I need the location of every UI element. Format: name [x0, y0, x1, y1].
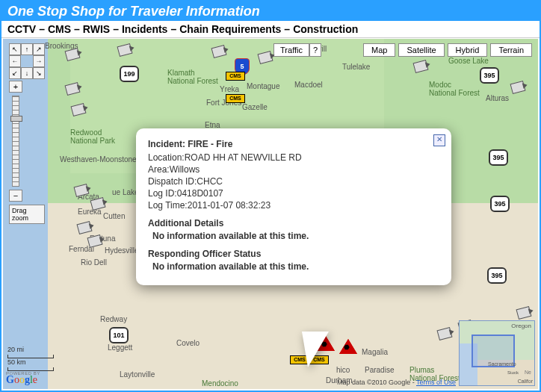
app-title: One Stop Shop for Traveler Information [7, 4, 260, 19]
pan-up[interactable]: ↑ [21, 43, 33, 55]
place-redwoods: Redwood National Park [70, 128, 115, 145]
zoom-out-button[interactable]: − [9, 190, 22, 202]
shield-us395-b: 395 [489, 149, 508, 166]
place-modoc-nf: Modoc National Forest [429, 81, 480, 97]
place-paradise: Paradise [365, 366, 394, 374]
zoom-slider[interactable] [12, 96, 19, 187]
cms-marker[interactable]: CMS [226, 94, 245, 103]
layer-rwis[interactable]: RWIS [83, 23, 110, 35]
overview-map[interactable]: Oregon Sacramento Ne Stock Califor [459, 320, 535, 386]
incident-location: Location:ROAD HH AT NEWVILLE RD [148, 152, 439, 163]
incident-infowindow: ✕ Incident: FIRE - Fire Location:ROAD HH… [136, 128, 451, 285]
traffic-control: Traffic ? [273, 43, 321, 57]
place-leggett: Leggett [108, 343, 132, 352]
infowindow-close-button[interactable]: ✕ [433, 134, 445, 146]
place-westhaven: Westhaven-Moonstone [60, 155, 137, 164]
cms-marker[interactable]: CMS [226, 72, 245, 81]
zoom-thumb[interactable] [10, 116, 22, 122]
terms-link[interactable]: Terms of Use [416, 379, 456, 386]
traffic-button[interactable]: Traffic [273, 43, 309, 57]
drag-zoom-button[interactable]: Drag zoom [9, 205, 45, 224]
incident-logid: Log ID:0418D0107 [148, 188, 439, 199]
pan-down[interactable]: ↓ [21, 67, 33, 79]
incident-dispatch: Dispatch ID:CHCC [148, 176, 439, 187]
place-magalia: Magalia [362, 348, 388, 356]
place-gooselake: Goose Lake [448, 57, 489, 65]
overview-label-sac: Sacramento [488, 361, 516, 367]
overview-label-stock: Stock [507, 370, 519, 375]
incident-icon[interactable]: ⬣ [341, 340, 356, 353]
place-mendocino: Mendocino [202, 379, 238, 388]
incident-details-heading: Additional Details [148, 218, 439, 228]
pan-se[interactable]: ↘ [33, 67, 45, 79]
pan-nw[interactable]: ↖ [9, 43, 21, 55]
title-bar: One Stop Shop for Traveler Information [1, 1, 540, 21]
maptype-satellite[interactable]: Satellite [398, 43, 444, 57]
place-covelo: Covelo [176, 339, 200, 347]
maptype-hybrid[interactable]: Hybrid [448, 43, 488, 57]
layer-chain[interactable]: Chain Requirements [179, 23, 281, 35]
place-alturas: Alturas [486, 94, 509, 102]
scale-km: 50 km [7, 358, 54, 366]
incident-area: Area:Willows [148, 164, 439, 175]
place-laytonville: Laytonville [120, 370, 155, 379]
place-tulelake: Tulelake [342, 63, 370, 71]
traffic-help-button[interactable]: ? [309, 43, 321, 57]
map-canvas[interactable]: Brookings Klamath National Forest Yreka … [3, 39, 538, 389]
shield-us199: 199 [120, 66, 139, 82]
pan-ne[interactable]: ↗ [33, 43, 45, 55]
pan-right[interactable]: → [33, 55, 45, 67]
app-frame: One Stop Shop for Traveler Information C… [0, 0, 541, 392]
incident-officer-heading: Responding Officer Status [148, 249, 439, 259]
shield-us395-a: 395 [480, 67, 499, 84]
layer-cctv[interactable]: CCTV [7, 23, 36, 35]
map-copyright: Map data ©2010 Google - Terms of Use [337, 379, 456, 386]
place-macdoel: Macdoel [294, 81, 323, 89]
pan-left[interactable]: ← [9, 55, 21, 67]
shield-us101: 101 [109, 327, 129, 343]
incident-officer: No information available at this time. [152, 261, 439, 272]
maptype-map[interactable]: Map [363, 43, 395, 57]
place-hydesville: Hydesville [105, 246, 139, 255]
scale-mi: 20 mi [7, 346, 54, 353]
google-logo: Google [6, 374, 37, 386]
scale-bar: 20 mi 50 km [7, 346, 54, 371]
infowindow-tail [302, 332, 329, 367]
zoom-in-button[interactable]: + [9, 81, 22, 93]
place-chico: hico [336, 366, 350, 374]
pan-zoom-control: ↖ ↑ ↗ ← → ↙ ↓ ↘ + − Drag zoom [9, 43, 45, 224]
incident-logtime: Log Time:2011-01-07 08:32:23 [148, 200, 439, 211]
place-riodell: Rio Dell [81, 258, 107, 267]
place-bluelake: ue Lake [112, 188, 139, 196]
overview-label-nev: Ne [525, 370, 531, 375]
place-redway: Redway [100, 315, 127, 323]
place-montague: Montague [247, 82, 279, 90]
layer-cms[interactable]: CMS [48, 23, 71, 35]
shield-us395-d: 395 [487, 267, 507, 284]
maptype-terrain[interactable]: Terrain [490, 43, 532, 57]
incident-heading: Incident: FIRE - Fire [148, 139, 439, 149]
place-klamath-nf: Klamath National Forest [167, 69, 218, 85]
place-yreka: Yreka [220, 85, 239, 93]
pan-sw[interactable]: ↙ [9, 67, 21, 79]
layer-bar: CCTV – CMS – RWIS – Incidents – Chain Re… [1, 21, 540, 38]
overview-label-oregon: Oregon [511, 323, 531, 329]
layer-incidents[interactable]: Incidents [122, 23, 167, 35]
overview-label-calif: Califor [518, 379, 533, 384]
place-gazelle: Gazelle [242, 103, 268, 111]
incident-details: No information available at this time. [152, 231, 439, 241]
map-type-control: Map Satellite Hybrid Terrain [363, 43, 532, 57]
place-cutten: Cutten [103, 212, 125, 220]
layer-construction[interactable]: Construction [293, 23, 358, 35]
shield-us395-c: 395 [490, 196, 510, 212]
